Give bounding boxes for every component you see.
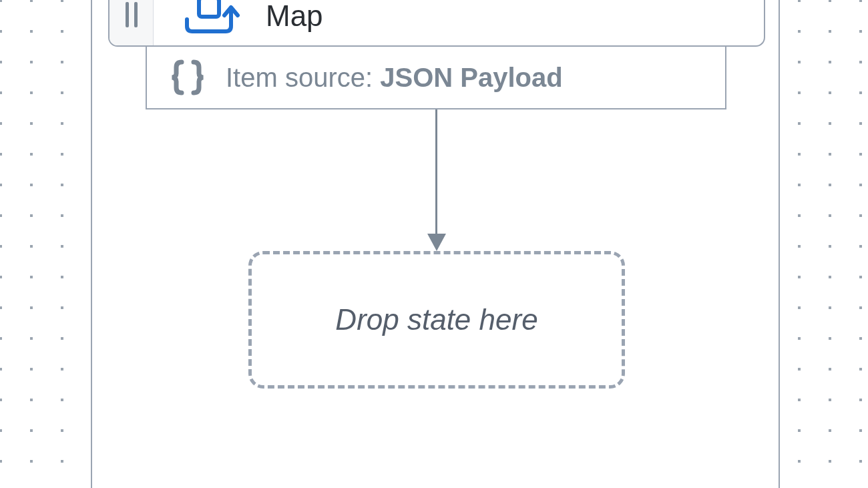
item-source-text: Item source: JSON Payload <box>226 63 563 93</box>
map-state-container: Map Item source: JSON Payload Drop state… <box>91 0 780 488</box>
item-source-value: JSON Payload <box>380 63 562 92</box>
braces-icon <box>167 57 208 98</box>
state-label: Map <box>266 0 323 33</box>
drop-zone-placeholder: Drop state here <box>335 303 537 336</box>
drag-handle[interactable] <box>110 0 154 45</box>
item-source-box[interactable]: Item source: JSON Payload <box>146 47 726 109</box>
connector-arrowhead <box>427 234 446 251</box>
item-source-label: Item source: <box>226 63 373 92</box>
map-state-node[interactable]: Map <box>108 0 765 47</box>
svg-rect-0 <box>199 0 219 17</box>
state-content: Map <box>154 0 764 45</box>
connector-line <box>435 109 437 238</box>
map-loop-icon <box>172 0 246 39</box>
drag-handle-icon <box>126 2 138 27</box>
drop-state-zone[interactable]: Drop state here <box>248 251 625 389</box>
